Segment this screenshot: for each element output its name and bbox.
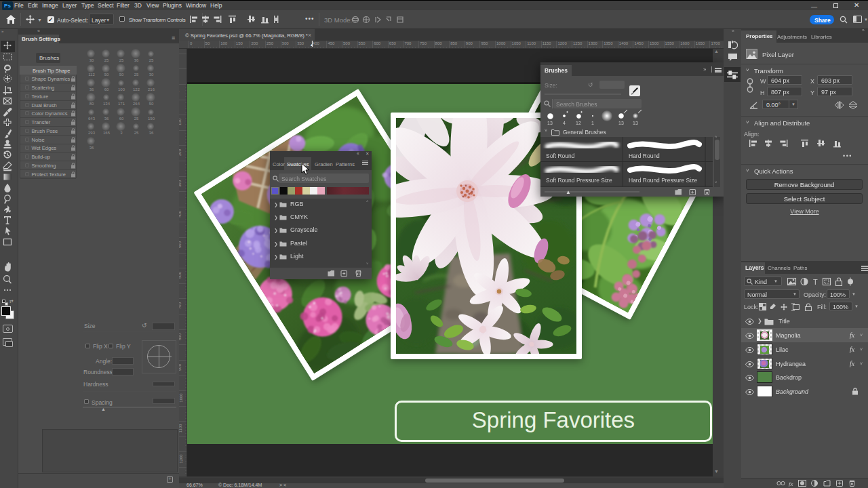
svg-text:Hard Round Pressure Size: Hard Round Pressure Size: [629, 177, 697, 184]
svg-text:Hard Round: Hard Round: [629, 152, 660, 159]
svg-text:Soft Round: Soft Round: [546, 152, 575, 159]
svg-text:Soft Round Pressure Size: Soft Round Pressure Size: [546, 177, 612, 184]
svg-text:fx: fx: [789, 481, 793, 487]
svg-text:T: T: [813, 278, 818, 286]
